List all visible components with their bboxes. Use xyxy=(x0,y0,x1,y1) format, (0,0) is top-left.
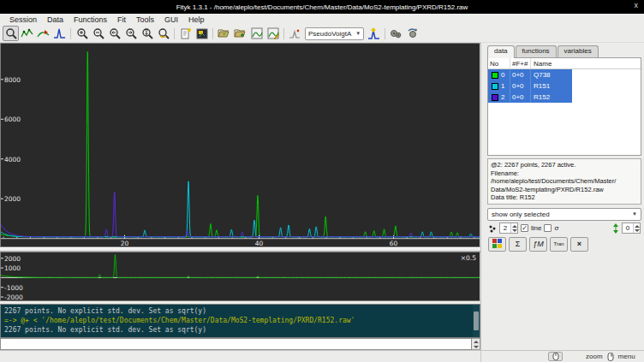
zoom-left-icon[interactable] xyxy=(106,26,122,41)
run-fit-icon[interactable] xyxy=(388,26,404,41)
window-title: Fityk 1.3.1 - /home/aleplo/test/Document… xyxy=(176,3,468,11)
dataset-name: Q738 xyxy=(531,69,572,80)
delete-button[interactable]: × xyxy=(570,237,588,252)
add-peak-mode-icon[interactable] xyxy=(51,26,68,41)
tab-data[interactable]: data xyxy=(487,45,515,58)
svg-text:2000: 2000 xyxy=(4,195,21,203)
zoom-mode-icon[interactable] xyxy=(3,26,19,41)
dataset-list[interactable]: No #F+# Name 0 0+0 Q738 1 0+0 R151 xyxy=(487,57,641,156)
zoom-previous-icon[interactable] xyxy=(155,26,171,41)
save-image-edit-icon[interactable] xyxy=(265,26,281,41)
info-line: Data/MoS2-templating/PXRD/R152.raw xyxy=(491,186,638,194)
colors-button[interactable] xyxy=(488,237,506,252)
command-input[interactable] xyxy=(0,338,472,350)
shift-stepper[interactable]: 0 xyxy=(622,223,641,234)
sum-button[interactable]: Σ xyxy=(509,237,527,252)
command-input-row xyxy=(0,338,480,350)
scroll-down-icon[interactable] xyxy=(472,344,480,349)
peak-type-dropdown[interactable]: PseudoVoigtA ▼ xyxy=(305,27,364,40)
table-row[interactable]: 1 0+0 R151 xyxy=(488,80,641,92)
svg-text:1000: 1000 xyxy=(4,264,21,272)
menu-help[interactable]: Help xyxy=(183,15,210,24)
output-console[interactable]: 2267 points. No explicit std. dev. Set a… xyxy=(0,304,480,338)
console-line: 2267 points. No explicit std. dev. Set a… xyxy=(4,325,471,335)
mouse-icon xyxy=(552,353,559,360)
sidebar-buttons: Σ ƒM Tran × xyxy=(485,235,644,253)
add-peak-icon[interactable] xyxy=(366,26,382,41)
sidebar: data functions variables No #F+# Name 0 … xyxy=(485,43,644,350)
input-history-scrollbar[interactable] xyxy=(472,338,480,350)
auxiliary-plot-canvas[interactable]: 20001000-1000-2000×0.5 xyxy=(1,252,480,300)
palette-icon xyxy=(492,239,503,249)
show-filter-value: show only selected xyxy=(492,211,550,218)
status-bar-left xyxy=(0,351,481,362)
point-size-icon xyxy=(488,224,497,233)
dataset-number: 0 xyxy=(501,71,504,79)
data-range-mode-icon[interactable] xyxy=(19,26,35,41)
column-header-functions[interactable]: #F+# xyxy=(510,58,531,68)
transform-button[interactable]: Tran xyxy=(550,237,568,252)
dataset-number: 2 xyxy=(501,93,504,101)
baseline-mode-icon[interactable] xyxy=(35,26,51,41)
column-header-no[interactable]: No xyxy=(488,58,510,68)
svg-text:40: 40 xyxy=(255,240,264,246)
main-plot[interactable]: 2040602000400060008000 xyxy=(0,43,480,247)
status-bar: zoom menu xyxy=(0,350,644,362)
menu-functions[interactable]: Functions xyxy=(69,15,112,24)
table-row[interactable]: 0 0+0 Q738 xyxy=(488,69,641,80)
sidebar-filler xyxy=(485,253,644,350)
tab-variables[interactable]: variables xyxy=(558,45,599,58)
close-window-button[interactable]: x xyxy=(635,1,639,9)
zoom-vertical-icon[interactable] xyxy=(139,26,155,41)
dataset-name: R152 xyxy=(531,92,572,103)
svg-text:×0.5: ×0.5 xyxy=(461,254,476,262)
dataset-func-count: 0+0 xyxy=(510,69,531,80)
zoom-in-icon[interactable] xyxy=(74,26,90,41)
chevron-down-icon: ▼ xyxy=(632,211,637,217)
console-scrollbar-thumb[interactable] xyxy=(474,312,479,330)
left-click-hint: zoom xyxy=(586,353,603,360)
menu-fit[interactable]: Fit xyxy=(112,15,131,24)
console-scrollbar[interactable] xyxy=(473,305,480,337)
tab-functions[interactable]: functions xyxy=(516,45,557,58)
svg-text:8000: 8000 xyxy=(4,76,21,84)
stepper-down-icon[interactable] xyxy=(511,228,517,234)
table-row[interactable]: 2 0+0 R152 xyxy=(488,92,641,103)
console-line: 2267 points. No explicit std. dev. Set a… xyxy=(4,306,471,316)
undo-fit-icon[interactable] xyxy=(404,26,420,41)
auto-add-peak-icon[interactable] xyxy=(287,26,303,41)
line-checkbox[interactable]: ✓ xyxy=(521,224,528,232)
menu-gui[interactable]: GUI xyxy=(159,15,183,24)
menu-data[interactable]: Data xyxy=(42,15,69,24)
fm-button[interactable]: ƒM xyxy=(529,237,547,252)
menu-tools[interactable]: Tools xyxy=(131,15,159,24)
dataset-color-chip xyxy=(492,72,498,79)
menu-session[interactable]: Session xyxy=(4,15,42,24)
save-image-icon[interactable] xyxy=(248,26,265,41)
show-filter-dropdown[interactable]: show only selected ▼ xyxy=(487,208,641,221)
svg-text:60: 60 xyxy=(390,240,398,246)
auxiliary-plot[interactable]: 20001000-1000-2000×0.5 xyxy=(0,252,480,301)
edit-script-icon[interactable] xyxy=(177,26,194,41)
toolbar-separator xyxy=(385,28,385,39)
dataset-name: R151 xyxy=(531,80,572,92)
gui-config-icon[interactable] xyxy=(194,26,210,41)
main-area: 2040602000400060008000 20001000-1000-200… xyxy=(0,43,644,350)
open-data-icon[interactable] xyxy=(216,26,232,41)
display-controls: 2 ✓ line σ 0 xyxy=(485,222,644,235)
stepper-down-icon[interactable] xyxy=(634,228,640,234)
sigma-checkbox[interactable] xyxy=(544,224,552,232)
point-size-stepper[interactable]: 2 xyxy=(499,223,518,234)
svg-text:-1000: -1000 xyxy=(4,284,23,292)
main-plot-canvas[interactable]: 2040602000400060008000 xyxy=(1,44,480,246)
menu-bar: Session Data Functions Fit Tools GUI Hel… xyxy=(0,14,644,25)
shift-value: 0 xyxy=(623,223,633,233)
column-header-name[interactable]: Name xyxy=(531,58,572,68)
right-click-hint: menu xyxy=(618,353,635,360)
zoom-out-icon[interactable] xyxy=(90,26,106,41)
open-data-merge-icon[interactable] xyxy=(232,26,248,41)
zoom-right-icon[interactable] xyxy=(122,26,139,41)
svg-text:20: 20 xyxy=(121,240,129,246)
mouse-hints-button[interactable] xyxy=(548,352,563,361)
toolbar-separator xyxy=(283,28,284,39)
